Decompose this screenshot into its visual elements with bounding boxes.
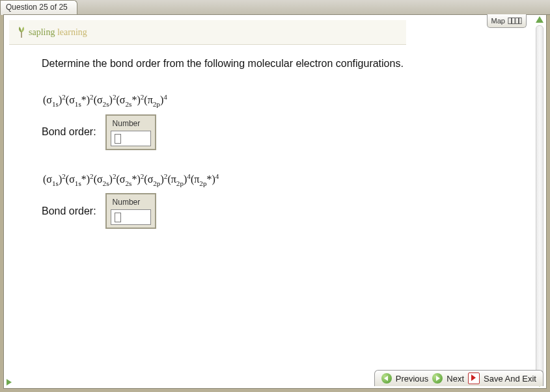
next-button[interactable]: Next <box>447 374 464 384</box>
bond-order-label-2: Bond order: <box>42 205 96 217</box>
electron-config-1: (σ1s)2(σ1s*)2(σ2s)2(σ2s*)2(π2p)4 <box>43 93 524 108</box>
app-window: Question 25 of 25 Map <box>0 0 550 392</box>
question-prompt: Determine the bond order from the follow… <box>42 58 524 70</box>
bond-order-input-2[interactable] <box>111 209 151 225</box>
electron-config-2: (σ1s)2(σ1s*)2(σ2s)2(σ2s*)2(σ2p)2(π2p)4(π… <box>43 172 524 187</box>
next-icon[interactable] <box>432 373 443 384</box>
tab-bar: Question 25 of 25 <box>0 0 550 15</box>
question-tab[interactable]: Question 25 of 25 <box>0 0 77 15</box>
answer-row-2: Bond order: Number <box>42 193 524 229</box>
number-box-2: Number <box>105 193 156 229</box>
question-body: Determine the bond order from the follow… <box>9 45 530 257</box>
scroll-track[interactable] <box>536 25 543 378</box>
number-title-1: Number <box>111 118 151 131</box>
number-box-1: Number <box>105 114 156 150</box>
content-area: sapling learning Determine the bond orde… <box>9 20 530 369</box>
nav-bar: Previous Next Save And Exit <box>374 370 543 386</box>
previous-button[interactable]: Previous <box>396 374 429 384</box>
scroll-up-icon[interactable] <box>536 16 543 23</box>
bond-order-label-1: Bond order: <box>42 126 96 138</box>
leaf-icon <box>16 25 27 40</box>
number-title-2: Number <box>111 197 151 209</box>
save-exit-icon[interactable] <box>468 372 480 384</box>
brand-word-1: sapling <box>29 27 55 37</box>
scrollbar[interactable] <box>534 16 545 387</box>
bond-order-input-1[interactable] <box>111 131 151 146</box>
brand-band: sapling learning <box>9 20 406 45</box>
play-icon[interactable] <box>7 379 12 385</box>
brand-text: sapling learning <box>29 27 87 38</box>
content-frame: Map <box>3 14 547 389</box>
brand-word-2: learning <box>57 27 87 37</box>
answer-row-1: Bond order: Number <box>42 114 524 150</box>
save-exit-button[interactable]: Save And Exit <box>484 374 536 384</box>
previous-icon[interactable] <box>381 373 392 384</box>
